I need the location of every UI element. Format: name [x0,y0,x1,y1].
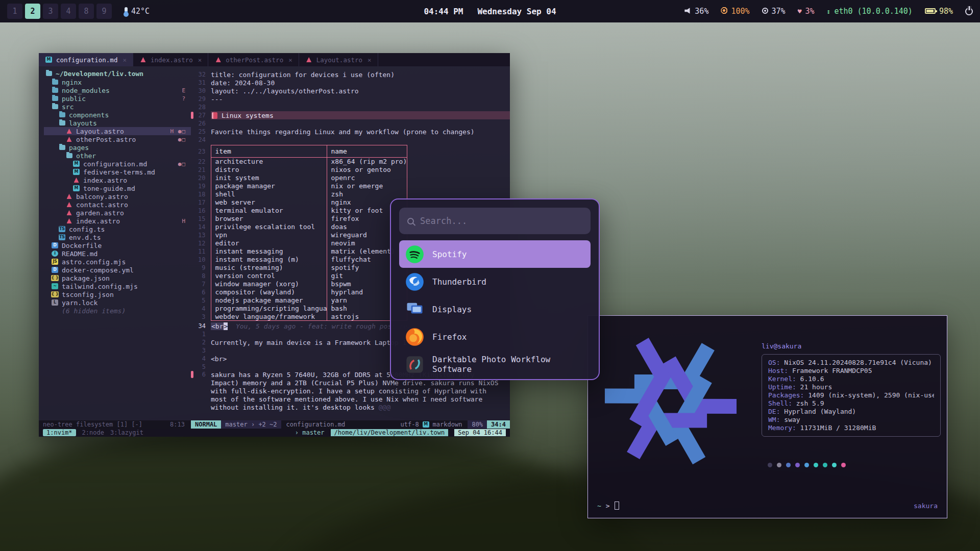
tree-item[interactable]: src [44,103,191,111]
lock-icon: L [52,299,58,306]
tab-close-icon[interactable]: × [198,56,202,64]
terminal-color-palette [768,463,846,467]
color-dot [777,463,781,467]
tree-item[interactable]: M tone-guide.md [44,184,191,192]
astro-icon [140,57,145,62]
tree-item[interactable]: i README.md [44,249,191,258]
workspace-button[interactable]: 9 [96,4,112,19]
tree-item[interactable]: pages [44,143,191,152]
tree-item[interactable]: balcony.astro [44,192,191,201]
astro-icon [67,218,72,223]
tree-item[interactable]: otherPost.astro ●□ [44,135,191,143]
markdown-icon: M [45,57,52,63]
clock: 04:44 PM Wednesday Sep 04 [424,7,556,16]
color-dot [786,463,791,467]
editor-tab[interactable]: otherPost.astro × [208,53,299,66]
launcher-item[interactable]: Firefox [399,323,591,350]
launcher-item[interactable]: Darktable Photo Workflow Software [399,350,591,378]
editor-tab[interactable]: Layout.astro × [299,53,378,66]
folder-open-icon [59,145,65,150]
tree-item[interactable]: M configuration.md ●□ [44,160,191,168]
launcher-item[interactable]: Displays [399,295,591,323]
tmux-window-1[interactable]: 1:nvim* [43,429,76,436]
tree-item[interactable]: { } package.json [44,274,191,282]
battery-icon [925,8,936,14]
tmux-window-2[interactable]: 2:node [82,429,104,436]
tree-item-label: pages [69,144,89,152]
launcher-item-label: Thunderbird [432,277,486,287]
tree-item[interactable]: ~ tailwind.config.mjs [44,282,191,290]
workspace-button[interactable]: 2 [25,4,40,19]
tree-item[interactable]: garden.astro [44,209,191,217]
workspace-button[interactable]: 1 [7,4,22,19]
fetch-user-host: liv@sakura [762,342,941,350]
tree-item[interactable]: index.astro [44,176,191,184]
markdown-icon: M [73,169,80,175]
status-module[interactable]: 98% [925,7,953,16]
launcher-item[interactable]: Spotify [399,240,591,268]
tree-item[interactable]: components [44,111,191,119]
editor-tab[interactable]: M configuration.md × [39,53,133,66]
launcher-item[interactable]: Thunderbird [399,268,591,295]
tree-item[interactable]: M fediverse-terms.md [44,168,191,176]
editor-tab[interactable]: index.astro × [133,53,208,66]
neotree-status: neo-tree filesystem [1] [-] [43,420,142,429]
tree-item-label: fediverse-terms.md [83,168,155,176]
status-module[interactable]: 36% [684,7,708,16]
tree-item[interactable]: L yarn.lock [44,298,191,307]
tree-item-label: index.astro [76,217,120,225]
tree-item-label: tone-guide.md [83,185,135,192]
workspace-button[interactable]: 4 [61,4,76,19]
status-module[interactable]: ↕ eth0 (10.0.0.140) [827,7,913,16]
scroll-percent: 80% [468,420,487,429]
astro-icon [67,202,72,207]
tab-close-icon[interactable]: × [122,56,127,64]
thunderbird-icon [405,272,424,291]
tree-item[interactable]: layouts [44,119,191,127]
tree-item-label: package.json [62,274,110,282]
tree-item[interactable]: node_modules E [44,86,191,94]
tree-item-label: public [62,95,86,103]
color-dot [768,463,772,467]
fetch-info-line: Host: Framework FRANMDCP05 [768,367,934,375]
tree-item[interactable]: public ? [44,94,191,103]
tree-item[interactable]: D Dockerfile [44,241,191,249]
markdown-icon: M [73,161,80,167]
tmux-statusbar: 1:nvim* 2:node 3:lazygit › master /home/… [39,429,510,437]
tab-close-icon[interactable]: × [368,56,372,64]
folder-open-icon [59,120,65,126]
json-icon: { } [51,275,59,281]
launcher-item-label: Darktable Photo Workflow Software [432,355,584,374]
tree-item[interactable]: (6 hidden items) [44,307,191,315]
tree-root[interactable]: ~/Development/liv.town [44,69,191,78]
tree-item[interactable]: Layout.astro H ●□ [44,127,191,135]
search-input[interactable] [420,216,582,226]
power-icon [965,8,973,15]
git-marker: ●□ [178,161,186,167]
fetch-terminal[interactable]: liv@sakura OS: NixOS 24.11.20240828.71e9… [587,315,947,518]
tmux-window-3[interactable]: 3:lazygit [110,429,143,436]
file-tree: ~/Development/liv.town nginx node_module… [39,66,191,420]
tree-item[interactable]: other [44,152,191,160]
tree-item-label: docker-compose.yml [62,266,134,274]
workspace-button[interactable]: 3 [43,4,58,19]
tree-item[interactable]: index.astro H [44,217,191,225]
tree-item[interactable]: { } tsconfig.json [44,290,191,298]
tree-item[interactable]: nginx [44,78,191,86]
shell-prompt[interactable]: ~ > [597,502,619,510]
tree-item-label: node_modules [62,87,110,94]
tree-item[interactable]: TS config.ts [44,225,191,233]
tree-item[interactable]: TS env.d.ts [44,233,191,241]
status-module[interactable]: ♥ 3% [798,7,815,16]
tree-item[interactable]: D docker-compose.yml [44,266,191,274]
tab-close-icon[interactable]: × [288,56,292,64]
power-button[interactable] [965,8,973,15]
status-module[interactable]: 37% [762,7,786,16]
status-module[interactable]: 100% [721,7,749,16]
tree-item[interactable]: contact.astro [44,201,191,209]
launcher-item-label: Spotify [432,249,467,259]
displays-icon [405,300,424,319]
search-box[interactable] [399,208,591,234]
workspace-button[interactable]: 8 [79,4,94,19]
tree-item[interactable]: JS astro.config.mjs [44,258,191,266]
